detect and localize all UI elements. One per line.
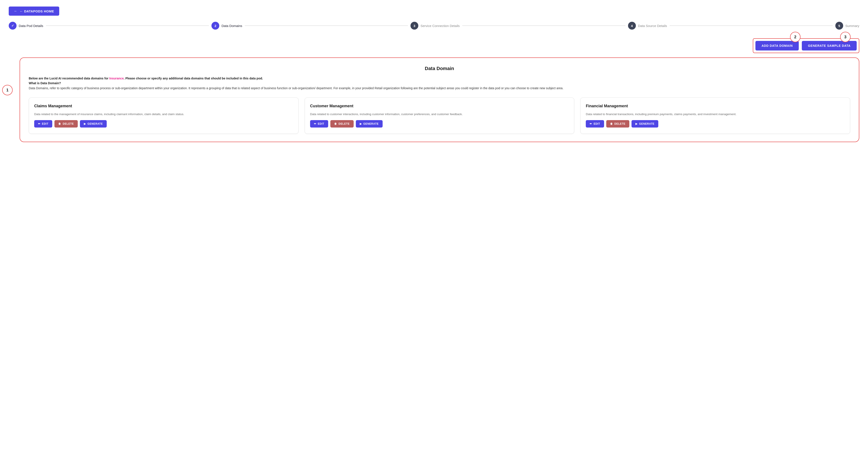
annotation-3: 3 (840, 32, 850, 42)
back-button[interactable]: ← ← DATAPODS HOME (9, 6, 59, 16)
step-3-label: Service Connection Details (421, 24, 460, 28)
card-3-edit-button[interactable]: ✏ EDIT (586, 120, 604, 128)
cards-grid: Claims Management Data related to the ma… (29, 98, 850, 134)
arrow-left-icon: ← (14, 9, 18, 13)
step-1-label: Data Pod Details (19, 24, 43, 28)
desc-pre-text: Below are the Lucid AI recommended data … (29, 77, 109, 80)
send-icon: ▶ (636, 122, 638, 125)
card-2-desc: Data related to customer interactions, i… (310, 112, 569, 116)
card-claims-management: Claims Management Data related to the ma… (29, 98, 299, 134)
card-1-actions: ✏ EDIT 🗑 DELETE ▶ GENERATE (34, 120, 293, 128)
pencil-icon: ✏ (590, 122, 592, 125)
trash-icon: 🗑 (334, 122, 337, 125)
send-icon: ▶ (84, 122, 86, 125)
trash-icon: 🗑 (58, 122, 61, 125)
step-1-circle: ✓ (9, 22, 17, 30)
step-4-number: 4 (631, 24, 633, 28)
card-3-title: Financial Management (586, 104, 845, 108)
step-connector-1 (46, 26, 209, 26)
step-connector-3 (462, 26, 625, 26)
card-3-delete-button[interactable]: 🗑 DELETE (606, 120, 629, 128)
step-1: ✓ Data Pod Details (9, 22, 43, 30)
stepper: ✓ Data Pod Details 2 Data Domains 3 Serv… (9, 22, 859, 30)
generate-sample-data-button[interactable]: GENERATE SAMPLE DATA (802, 41, 857, 51)
step-3-circle: 3 (410, 22, 418, 30)
step-5-circle: 5 (835, 22, 843, 30)
step-2-number: 2 (215, 24, 216, 28)
trash-icon: 🗑 (610, 122, 613, 125)
pencil-icon: ✏ (38, 122, 40, 125)
step-2-label: Data Domains (221, 24, 242, 28)
step-4: 4 Data Source Details (628, 22, 667, 30)
step-3: 3 Service Connection Details (410, 22, 460, 30)
step-3-number: 3 (413, 24, 415, 28)
card-1-delete-button[interactable]: 🗑 DELETE (55, 120, 78, 128)
card-1-title: Claims Management (34, 104, 293, 108)
main-content-box: Data Domain Below are the Lucid AI recom… (20, 58, 859, 142)
step-connector-2 (245, 26, 408, 26)
description-first-line: Below are the Lucid AI recommended data … (29, 77, 850, 80)
what-is-body: Data Domains, refer to specific category… (29, 86, 850, 91)
description-block: Below are the Lucid AI recommended data … (29, 77, 850, 91)
card-3-generate-button[interactable]: ▶ GENERATE (631, 120, 658, 128)
annotation-1: 1 (2, 85, 12, 95)
actions-wrapper: 2 3 ADD DATA DOMAIN GENERATE SAMPLE DATA (20, 38, 859, 53)
step-connector-4 (670, 26, 833, 26)
card-2-title: Customer Management (310, 104, 569, 108)
check-icon: ✓ (11, 24, 14, 28)
step-2: 2 Data Domains (212, 22, 242, 30)
step-4-label: Data Source Details (638, 24, 667, 28)
step-5: 5 Summary (835, 22, 859, 30)
card-2-actions: ✏ EDIT 🗑 DELETE ▶ GENERATE (310, 120, 569, 128)
card-1-desc: Data related to the management of insura… (34, 112, 293, 116)
pencil-icon: ✏ (314, 122, 316, 125)
back-button-label: ← DATAPODS HOME (20, 9, 54, 13)
step-2-circle: 2 (212, 22, 219, 30)
card-2-delete-button[interactable]: 🗑 DELETE (330, 120, 354, 128)
card-2-edit-button[interactable]: ✏ EDIT (310, 120, 328, 128)
card-customer-management: Customer Management Data related to cust… (305, 98, 575, 134)
section-title: Data Domain (29, 66, 850, 71)
send-icon: ▶ (360, 122, 362, 125)
desc-post-text: . Please choose or specify any additiona… (124, 77, 263, 80)
step-5-number: 5 (838, 24, 840, 28)
annotation-2: 2 (790, 32, 801, 42)
card-1-edit-button[interactable]: ✏ EDIT (34, 120, 52, 128)
card-3-actions: ✏ EDIT 🗑 DELETE ▶ GENERATE (586, 120, 845, 128)
step-4-circle: 4 (628, 22, 636, 30)
step-5-label: Summary (845, 24, 859, 28)
card-1-generate-button[interactable]: ▶ GENERATE (80, 120, 107, 128)
card-3-desc: Data related to financial transactions, … (586, 112, 845, 116)
add-data-domain-button[interactable]: ADD DATA DOMAIN (755, 41, 799, 51)
card-2-generate-button[interactable]: ▶ GENERATE (356, 120, 382, 128)
desc-highlight: Insurance (109, 77, 124, 80)
what-is-label: What is Data Domain? (29, 81, 850, 85)
card-financial-management: Financial Management Data related to fin… (580, 98, 850, 134)
